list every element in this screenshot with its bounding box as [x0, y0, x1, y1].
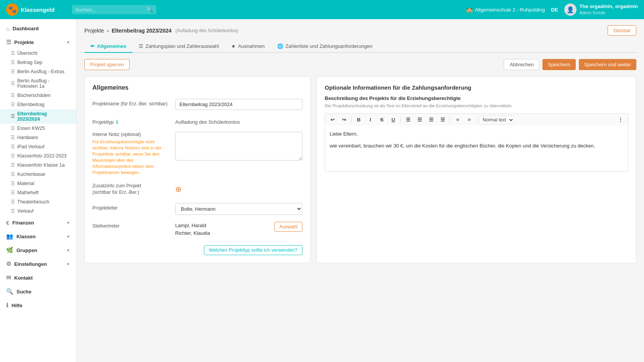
tab-allgemeines[interactable]: ✏Allgemeines: [84, 40, 133, 53]
sidebar-section-hilfe: ℹHilfe: [0, 299, 76, 312]
sidebar-item-label: Elternbeitrag: [17, 102, 44, 107]
projektname-input[interactable]: [175, 99, 302, 110]
sidebar-item-ipad-verkauf[interactable]: ☰iPad Verkauf: [0, 142, 76, 151]
list-icon: ☰: [11, 190, 15, 195]
sidebar-label-kontakt: Kontakt: [14, 275, 33, 281]
list-icon: ☰: [11, 172, 15, 177]
lock-project-button[interactable]: Projekt sperren: [84, 59, 130, 70]
sidebar-section-header-gruppen[interactable]: 🌿Gruppen▼: [0, 244, 76, 257]
tab-icon-0: ✏: [90, 43, 95, 49]
internal-note-row: Interne Notiz (optional) Für Erziehungsb…: [92, 132, 302, 176]
underline-button[interactable]: U: [388, 115, 398, 124]
breadcrumb-separator: »: [106, 28, 109, 34]
search-input[interactable]: [75, 7, 144, 13]
sidebar-item-essen-kw25[interactable]: ☰Essen KW25: [0, 124, 76, 133]
strikethrough-button[interactable]: S: [377, 115, 387, 124]
ordered-list-button[interactable]: ≡: [453, 115, 463, 124]
stellvertreter-auswahl-button[interactable]: Auswahl: [274, 222, 302, 232]
more-options-button[interactable]: ⋮: [615, 115, 626, 124]
tab-zahlerliste-und-zahlungsanforderungen[interactable]: 🌐Zahlerliste und Zahlungsanforderungen: [271, 40, 379, 53]
content-panels: Allgemeines Projektname (für Erz.-Ber. s…: [84, 76, 636, 263]
unordered-list-button[interactable]: ≡: [464, 115, 474, 124]
stellvertreter-names: Lampl, HaraldRichter, Klaudia: [175, 222, 271, 238]
projekttyp-value: Aufladung des Schülerkontos: [175, 117, 240, 125]
sidebar-item-matheheft[interactable]: ☰Matheheft: [0, 188, 76, 197]
sidebar-item-label: Material: [17, 181, 34, 186]
zusatzinfo-row: Zusatzinfo zum Projekt(sichtbar für Erz.…: [92, 183, 302, 196]
align-justify-button[interactable]: ☰: [438, 115, 448, 124]
list-icon: ☰: [11, 208, 15, 214]
sidebar-item-berlin-ausflug---fixkosten-1a[interactable]: ☰Berlin Ausflug - Fixkosten 1a: [0, 76, 76, 91]
align-left-button[interactable]: ☰: [403, 115, 413, 124]
sidebar-section-suche: 🔍Suche: [0, 285, 76, 298]
kontakt-icon: ✉: [6, 274, 11, 281]
search-bar[interactable]: 🔍: [72, 5, 156, 14]
tab-zahlungsplan-und-zahlerauswahl[interactable]: ☰Zahlungsplan und Zahlerauswahl: [133, 40, 225, 53]
undo-button[interactable]: ↩: [327, 115, 337, 124]
sidebar-item-hardware[interactable]: ☰Hardware: [0, 133, 76, 142]
sidebar-section-header-suche[interactable]: 🔍Suche: [0, 285, 76, 298]
internal-note-field: [175, 132, 302, 162]
main-content: Projekte » Elternbeitrag 2023/2024 (Aufl…: [77, 19, 644, 362]
projektyp-link-button[interactable]: Welchen Projekttyp sollte ich verwenden?: [204, 245, 302, 255]
rich-editor[interactable]: Liebe Eltern, wie vereinbart, brauchen w…: [325, 126, 628, 172]
sidebar-item-label: Theaterbesuch: [17, 199, 49, 205]
list-icon: ☰: [11, 69, 15, 74]
sidebar-item-klassenfoto-klasse-1a[interactable]: ☰Klassenfoto Klasse 1a: [0, 161, 76, 170]
sidebar-section-header-einstellungen[interactable]: ⚙Einstellungen▼: [0, 257, 76, 270]
breadcrumb-parent[interactable]: Projekte: [84, 28, 104, 34]
breadcrumb-sub: (Aufladung des Schülerkontos): [176, 28, 238, 33]
sidebar-section-header-hilfe[interactable]: ℹHilfe: [0, 299, 76, 312]
toolbar-separator-1: [351, 116, 352, 123]
sidebar-section-header-finanzen[interactable]: €Finanzen▼: [0, 216, 76, 229]
stellvertreter-label: Stellvertreter: [92, 222, 169, 229]
sidebar-item-klassenfoto-2022-2023[interactable]: ☰Klassenfoto 2022-2023: [0, 151, 76, 161]
dashboard-icon: ⌂: [6, 25, 10, 32]
save-buttons: Abbrechen Speichern Speichern und weiter: [504, 59, 636, 70]
projektleiter-select[interactable]: Bolte, HermannLampl, HaraldRichter, Klau…: [175, 203, 302, 215]
zusatzinfo-label: Zusatzinfo zum Projekt(sichtbar für Erz.…: [92, 183, 169, 196]
sidebar-section-projekte: ☰Projekte▼☰Übersicht☰Beitrag Sep☰Berlin …: [0, 36, 76, 216]
sidebar-item-übersicht[interactable]: ☰Übersicht: [0, 49, 76, 58]
format-select[interactable]: Normal text Heading 1 Heading 2: [479, 116, 514, 124]
save-next-button[interactable]: Speichern und weiter: [579, 59, 636, 70]
stellvertreter-right: Lampl, HaraldRichter, Klaudia Auswahl: [175, 222, 302, 238]
sidebar-item-elternbeitrag[interactable]: ☰Elternbeitrag: [0, 100, 76, 109]
sidebar-item-label: Klassenfoto Klasse 1a: [17, 162, 65, 168]
sidebar-label-hilfe: Hilfe: [12, 303, 22, 308]
sidebar-section-header-projekte[interactable]: ☰Projekte▼: [0, 36, 76, 49]
bold-button[interactable]: B: [354, 115, 364, 124]
sidebar-item-bücherschäden[interactable]: ☰Bücherschäden: [0, 91, 76, 100]
sidebar-item-material[interactable]: ☰Material: [0, 179, 76, 188]
sidebar-item-kuchenbasar[interactable]: ☰Kuchenbasar: [0, 170, 76, 179]
glossar-button[interactable]: Glossar: [608, 25, 636, 36]
sidebar-label-dashboard: Dashboard: [13, 26, 39, 31]
tab-ausnahmen[interactable]: ★Ausnahmen: [225, 40, 271, 53]
sidebar-label-finanzen: Finanzen: [12, 220, 34, 226]
chevron-finanzen: ▼: [66, 221, 70, 225]
add-zusatzinfo-button[interactable]: ⊕: [175, 185, 182, 193]
sidebar-section-header-kontakt[interactable]: ✉Kontakt: [0, 271, 76, 284]
toolbar-separator-3: [450, 116, 450, 123]
sidebar-item-label: Verkauf: [17, 208, 33, 214]
sidebar-item-beitrag-sep[interactable]: ☰Beitrag Sep: [0, 58, 76, 67]
school-info: 🏫 Allgemeinschule 2 - Ruhpolding: [466, 7, 545, 13]
save-button[interactable]: Speichern: [542, 59, 576, 70]
redo-button[interactable]: ↪: [339, 115, 349, 124]
sidebar-section-header-klassen[interactable]: 👥Klassen▼: [0, 230, 76, 243]
internal-note-sub: Für Erziehungsberechtigte nicht sichtbar…: [92, 139, 169, 176]
align-right-button[interactable]: ☰: [426, 115, 436, 124]
italic-button[interactable]: I: [365, 115, 375, 124]
sidebar-section-header-dashboard[interactable]: ⌂Dashboard: [0, 22, 76, 35]
sidebar-item-elternbeitrag-2023/2024[interactable]: ☰Elternbeitrag 2023/2024: [0, 109, 76, 124]
sidebar-item-berlin-ausflug---extras[interactable]: ☰Berlin Ausflug - Extras: [0, 67, 76, 76]
editor-line-2: wie vereinbart, brauchen wir 30 €, um di…: [330, 142, 623, 150]
sidebar-item-theaterbesuch[interactable]: ☰Theaterbesuch: [0, 197, 76, 206]
chevron-projekte: ▼: [66, 40, 70, 44]
sidebar-item-verkauf[interactable]: ☰Verkauf: [0, 206, 76, 216]
internal-note-textarea[interactable]: [175, 132, 302, 161]
align-center-button[interactable]: ☰: [415, 115, 425, 124]
user-avatar: 👤: [564, 3, 577, 16]
cancel-button[interactable]: Abbrechen: [504, 59, 539, 70]
sidebar-section-dashboard: ⌂Dashboard: [0, 22, 76, 35]
